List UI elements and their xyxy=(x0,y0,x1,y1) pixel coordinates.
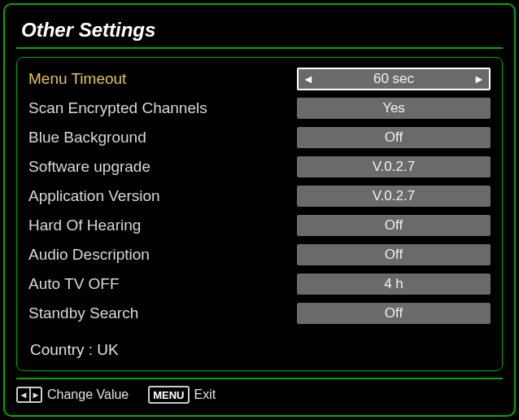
setting-row[interactable]: Blue BackgroundOff xyxy=(28,125,491,151)
setting-value[interactable]: 4 h xyxy=(297,273,491,295)
hint-change-value-label: Change Value xyxy=(47,387,129,402)
setting-row[interactable]: Scan Encrypted ChannelsYes xyxy=(28,95,491,121)
setting-row[interactable]: Software upgradeV.0.2.7 xyxy=(28,154,491,180)
setting-value-text: 4 h xyxy=(384,276,403,292)
setting-value-text: Off xyxy=(385,217,403,234)
setting-label: Application Version xyxy=(28,187,297,205)
setting-value[interactable]: Off xyxy=(297,215,491,236)
setting-value-text: V.0.2.7 xyxy=(373,159,415,175)
setting-value[interactable]: Yes xyxy=(297,98,491,119)
hint-exit: MENU Exit xyxy=(148,386,216,404)
setting-label: Software upgrade xyxy=(28,158,297,176)
setting-value-text: Off xyxy=(385,129,403,146)
setting-value-text: Off xyxy=(385,247,403,263)
setting-row[interactable]: Menu Timeout◄►60 sec xyxy=(28,66,491,92)
chevron-left-icon[interactable]: ◄ xyxy=(300,69,316,89)
setting-label: Hard Of Hearing xyxy=(28,217,297,234)
left-right-keys-icon: ◄► xyxy=(16,387,42,403)
setting-label: Blue Background xyxy=(28,129,297,147)
setting-row[interactable]: Audio DescriptionOff xyxy=(28,242,491,268)
setting-value[interactable]: V.0.2.7 xyxy=(297,186,491,207)
settings-inner: Menu Timeout◄►60 secScan Encrypted Chann… xyxy=(16,57,503,371)
chevron-right-icon[interactable]: ► xyxy=(471,69,487,89)
setting-value[interactable]: ◄►60 sec xyxy=(297,68,491,90)
footer-bar: ◄► Change Value MENU Exit xyxy=(16,378,503,405)
setting-row[interactable]: Standby SearchOff xyxy=(28,300,491,326)
setting-value[interactable]: Off xyxy=(297,127,491,148)
setting-row[interactable]: Hard Of HearingOff xyxy=(28,212,491,238)
hint-exit-label: Exit xyxy=(194,387,216,402)
setting-label: Audio Description xyxy=(28,246,297,264)
country-line: Country : UK xyxy=(28,338,491,364)
setting-value[interactable]: Off xyxy=(297,244,491,265)
setting-row[interactable]: Auto TV OFF4 h xyxy=(28,271,491,297)
setting-value[interactable]: V.0.2.7 xyxy=(297,156,491,177)
settings-panel: Other Settings Menu Timeout◄►60 secScan … xyxy=(3,3,516,417)
setting-label: Menu Timeout xyxy=(28,70,297,88)
page-title: Other Settings xyxy=(21,19,155,42)
setting-value-text: Off xyxy=(385,305,403,322)
settings-list: Menu Timeout◄►60 secScan Encrypted Chann… xyxy=(28,66,491,330)
hint-change-value: ◄► Change Value xyxy=(16,387,129,403)
title-bar: Other Settings xyxy=(16,13,503,49)
setting-value-text: V.0.2.7 xyxy=(373,188,415,204)
setting-value[interactable]: Off xyxy=(297,303,491,324)
setting-value-text: 60 sec xyxy=(373,71,414,87)
setting-label: Standby Search xyxy=(28,304,297,322)
setting-label: Auto TV OFF xyxy=(28,275,297,293)
setting-row[interactable]: Application VersionV.0.2.7 xyxy=(28,183,491,209)
setting-label: Scan Encrypted Channels xyxy=(28,99,297,117)
menu-key-icon: MENU xyxy=(148,386,189,404)
setting-value-text: Yes xyxy=(382,100,405,116)
